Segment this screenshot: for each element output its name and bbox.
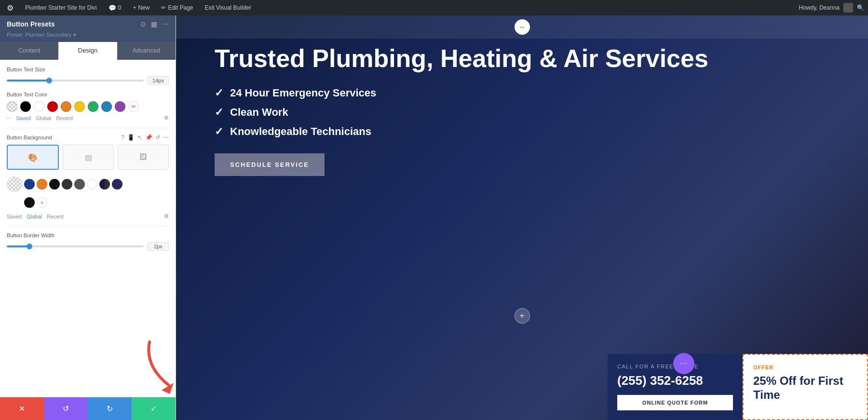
panel-content: Button Text Size 14px Button Text Color bbox=[0, 60, 176, 397]
button-text-size-slider[interactable] bbox=[7, 80, 144, 81]
offer-tag: OFFER bbox=[753, 365, 857, 370]
palette-section: + Saved Global Recent ⚙ bbox=[7, 176, 169, 219]
new-button[interactable]: + New bbox=[130, 4, 152, 11]
bg-more-icon[interactable]: ⋯ bbox=[163, 134, 169, 141]
panel-header-icons: ⊙ ▦ ⋯ bbox=[140, 20, 169, 28]
schedule-service-button[interactable]: SCHEDULE SERVICE bbox=[215, 153, 325, 176]
color-swatch-blue[interactable] bbox=[101, 101, 112, 112]
bg-help-icon[interactable]: ? bbox=[121, 134, 124, 141]
color-tab-recent[interactable]: Recent bbox=[56, 115, 73, 121]
divider-2 bbox=[7, 226, 169, 227]
expand-button[interactable]: ↔ bbox=[515, 19, 530, 35]
palette-add-button[interactable]: + bbox=[37, 197, 47, 208]
palette-tabs-row: Saved Global Recent ⚙ bbox=[7, 213, 169, 219]
bg-mobile-icon[interactable]: 📱 bbox=[127, 134, 135, 141]
color-swatch-black[interactable] bbox=[20, 101, 31, 112]
search-icon[interactable]: 🔍 bbox=[857, 4, 864, 11]
left-panel: Button Presets ⊙ ▦ ⋯ Preset: Plumber Sec… bbox=[0, 15, 176, 420]
bottom-toolbar: ✕ ↺ ↻ ✓ bbox=[0, 397, 176, 420]
border-width-slider-row: 2px bbox=[7, 242, 169, 251]
color-swatch-red[interactable] bbox=[47, 101, 58, 112]
palette-tab-global[interactable]: Global bbox=[27, 214, 42, 219]
color-tab-global[interactable]: Global bbox=[36, 115, 51, 121]
button-text-size-label: Button Text Size bbox=[7, 67, 169, 72]
panel-icon-layout[interactable]: ▦ bbox=[151, 20, 157, 28]
bg-cursor-icon[interactable]: ↖ bbox=[137, 134, 142, 141]
save-button[interactable]: ✓ bbox=[132, 397, 176, 420]
color-tab-saved[interactable]: Saved bbox=[16, 115, 31, 121]
palette-swatch-dark3[interactable] bbox=[74, 179, 85, 190]
color-swatch-green[interactable] bbox=[88, 101, 98, 112]
hero-check-1: ✓ 24 Hour Emergency Services bbox=[215, 87, 723, 99]
panel-header: Button Presets ⊙ ▦ ⋯ bbox=[0, 15, 176, 32]
floating-menu-button[interactable]: ··· bbox=[673, 353, 694, 374]
exit-builder-button[interactable]: Exit Visual Builder bbox=[202, 4, 254, 11]
palette-swatch-dark2[interactable] bbox=[62, 179, 72, 190]
bg-option-color[interactable]: 🎨 bbox=[7, 145, 59, 170]
divider-1 bbox=[7, 128, 169, 128]
check-icon-3: ✓ bbox=[215, 125, 223, 138]
color-swatch-pencil[interactable]: ✏ bbox=[128, 101, 139, 112]
avatar[interactable] bbox=[843, 3, 853, 13]
palette-tab-saved[interactable]: Saved bbox=[7, 214, 22, 219]
site-preview: ↔ Trusted Plumbing, Heating & Air Servic… bbox=[176, 15, 868, 420]
color-swatch-transparent[interactable] bbox=[7, 101, 17, 112]
wp-logo[interactable]: ⚙ bbox=[4, 3, 16, 13]
color-swatch-yellow[interactable] bbox=[74, 101, 85, 112]
edit-page-button[interactable]: ✏ Edit Page bbox=[158, 4, 196, 11]
gear-icon[interactable]: ⚙ bbox=[164, 115, 169, 121]
reset-button[interactable]: ↺ bbox=[44, 397, 88, 420]
palette-gear-icon[interactable]: ⚙ bbox=[164, 213, 169, 219]
paint-icon: 🎨 bbox=[28, 153, 38, 162]
card-phone: (255) 352-6258 bbox=[617, 373, 733, 388]
color-swatch-orange[interactable] bbox=[61, 101, 71, 112]
online-quote-button[interactable]: ONLINE QUOTE FORM bbox=[617, 395, 733, 410]
palette-swatch-dark1[interactable] bbox=[49, 179, 60, 190]
builder-bar: ↔ bbox=[176, 15, 868, 39]
palette-swatch-white[interactable] bbox=[87, 179, 97, 190]
hero-check-3: ✓ Knowledgeable Technicians bbox=[215, 125, 723, 138]
bg-label: Button Background bbox=[7, 135, 52, 140]
redo-button[interactable]: ↻ bbox=[88, 397, 132, 420]
palette-preview[interactable] bbox=[7, 176, 22, 192]
check-icon-1: ✓ bbox=[215, 87, 223, 99]
color-swatch-purple[interactable] bbox=[115, 101, 125, 112]
panel-icon-resize[interactable]: ⊙ bbox=[140, 20, 146, 28]
panel-title: Button Presets bbox=[7, 20, 55, 28]
tab-design[interactable]: Design bbox=[58, 42, 117, 60]
menu-dots-icon: ··· bbox=[680, 359, 688, 368]
border-width-label: Button Border Width bbox=[7, 232, 169, 238]
palette-swatch-half[interactable] bbox=[99, 179, 110, 190]
palette-tab-recent[interactable]: Recent bbox=[47, 214, 64, 219]
hero-section: Trusted Plumbing, Heating & Air Services… bbox=[215, 44, 723, 176]
palette-swatch-dark-blue[interactable] bbox=[112, 179, 122, 190]
main-layout: Button Presets ⊙ ▦ ⋯ Preset: Plumber Sec… bbox=[0, 15, 868, 420]
palette-swatch-row-2: + bbox=[7, 195, 169, 210]
add-section-button[interactable]: + bbox=[515, 308, 530, 324]
tabs: Content Design Advanced bbox=[0, 42, 176, 60]
site-name[interactable]: Plumber Starter Site for Divi bbox=[22, 4, 100, 11]
bg-icons: ? 📱 ↖ 📌 ↺ ⋯ bbox=[121, 134, 169, 141]
tab-advanced[interactable]: Advanced bbox=[117, 42, 176, 60]
bg-options: 🎨 ▤ 🖼 bbox=[7, 145, 169, 170]
palette-swatch-navy[interactable] bbox=[24, 179, 35, 190]
hero-title: Trusted Plumbing, Heating & Air Services bbox=[215, 44, 723, 73]
bg-option-image[interactable]: 🖼 bbox=[118, 145, 169, 170]
panel-subtitle: Preset: Plumber Secondary ▾ bbox=[0, 32, 176, 42]
comment-count[interactable]: 💬 0 bbox=[106, 4, 124, 12]
color-swatch-white[interactable] bbox=[34, 101, 44, 112]
palette-swatch-extra1[interactable] bbox=[24, 197, 35, 208]
button-background-section: Button Background ? 📱 ↖ 📌 ↺ ⋯ 🎨 bbox=[7, 134, 169, 170]
bg-reset-icon[interactable]: ↺ bbox=[155, 134, 160, 141]
cancel-button[interactable]: ✕ bbox=[0, 397, 44, 420]
admin-bar-right: Howdy, Deanna 🔍 bbox=[799, 3, 865, 13]
palette-swatch-orange[interactable] bbox=[37, 179, 47, 190]
button-text-color-section: Button Text Color ✏ ··· Saved Glob bbox=[7, 92, 169, 121]
button-text-size-value: 14px bbox=[148, 76, 169, 85]
panel-icon-more[interactable]: ⋯ bbox=[162, 20, 169, 28]
tab-content[interactable]: Content bbox=[0, 42, 58, 60]
bg-pin-icon[interactable]: 📌 bbox=[145, 134, 152, 141]
hero-checklist: ✓ 24 Hour Emergency Services ✓ Clean Wor… bbox=[215, 87, 723, 138]
border-width-slider[interactable] bbox=[7, 245, 144, 247]
bg-option-gradient[interactable]: ▤ bbox=[63, 145, 114, 170]
